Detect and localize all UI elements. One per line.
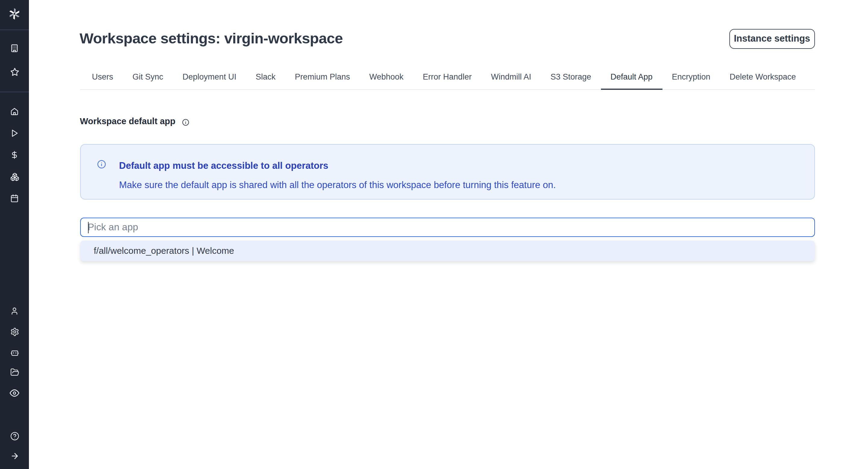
tab-delete-workspace[interactable]: Delete Workspace	[720, 72, 806, 90]
tab-default-app[interactable]: Default App	[601, 72, 662, 90]
dollar-icon[interactable]	[0, 146, 29, 164]
help-icon[interactable]	[0, 427, 29, 445]
tab-premium-plans[interactable]: Premium Plans	[285, 72, 360, 90]
tab-deployment-ui[interactable]: Deployment UI	[173, 72, 246, 90]
instance-settings-button[interactable]: Instance settings	[730, 29, 815, 49]
windmill-logo[interactable]	[0, 5, 29, 23]
section-heading: Workspace default app	[80, 116, 176, 126]
tab-windmill-ai[interactable]: Windmill AI	[481, 72, 541, 90]
windmill-app: Workspace settings: virgin-workspace Ins…	[0, 0, 868, 469]
folder-open-icon[interactable]	[0, 363, 29, 381]
page-title: Workspace settings: virgin-workspace	[80, 30, 343, 46]
play-icon[interactable]	[0, 124, 29, 142]
building-icon[interactable]	[0, 39, 29, 57]
windmill-logo-icon	[8, 7, 21, 21]
sidebar-divider	[0, 29, 29, 30]
app-picker-dropdown: f/all/welcome_operators | Welcome	[80, 240, 815, 261]
arrow-right-icon[interactable]	[0, 447, 29, 465]
dropdown-item-welcome-app[interactable]: f/all/welcome_operators | Welcome	[80, 240, 815, 261]
home-icon[interactable]	[0, 102, 29, 120]
sidebar-divider	[0, 92, 29, 92]
user-icon[interactable]	[0, 302, 29, 320]
tab-encryption[interactable]: Encryption	[662, 72, 720, 90]
eye-icon[interactable]	[0, 384, 29, 402]
text-cursor	[88, 222, 89, 233]
tab-error-handler[interactable]: Error Handler	[413, 72, 481, 90]
alert-title: Default app must be accessible to all op…	[119, 159, 328, 171]
sidebar	[0, 0, 29, 469]
app-picker	[80, 218, 815, 237]
tab-git-sync[interactable]: Git Sync	[123, 72, 173, 90]
tab-s3-storage[interactable]: S3 Storage	[541, 72, 601, 90]
star-icon[interactable]	[0, 63, 29, 81]
tab-users[interactable]: Users	[82, 72, 123, 90]
alert-body: Make sure the default app is shared with…	[119, 179, 556, 190]
default-app-alert: Default app must be accessible to all op…	[80, 144, 815, 199]
tab-webhook[interactable]: Webhook	[360, 72, 413, 90]
cubes-icon[interactable]	[0, 167, 29, 186]
gear-icon[interactable]	[0, 322, 29, 341]
robot-icon[interactable]	[0, 343, 29, 361]
info-icon[interactable]	[182, 117, 189, 124]
pick-an-app-input[interactable]	[80, 218, 815, 237]
tab-slack[interactable]: Slack	[246, 72, 285, 90]
info-icon	[97, 159, 106, 171]
calendar-icon[interactable]	[0, 189, 29, 207]
settings-tabbar: Users Git Sync Deployment UI Slack Premi…	[80, 72, 815, 90]
